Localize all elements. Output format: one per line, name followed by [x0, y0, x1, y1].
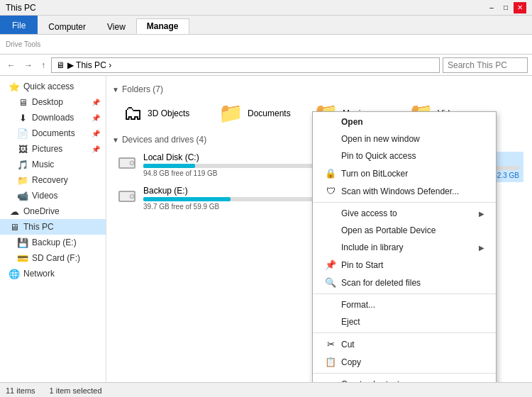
sidebar-label-videos: Videos: [32, 191, 57, 201]
folder-item-documents[interactable]: 📁 Documents: [214, 99, 306, 128]
title-bar: This PC – □ ✕: [0, 0, 532, 16]
sd-card-f-icon: 💳: [17, 252, 28, 264]
ctx-copy-label: Copy: [341, 357, 361, 367]
downloads-pin: 📌: [92, 114, 100, 122]
sidebar-label-onedrive: OneDrive: [23, 206, 60, 216]
quick-access-icon: ⭐: [9, 81, 20, 92]
search-input[interactable]: [443, 57, 528, 73]
tab-computer[interactable]: Computer: [38, 18, 96, 34]
ctx-give-access-label: Give access to: [341, 208, 397, 218]
minimize-button[interactable]: –: [485, 2, 498, 13]
sidebar-item-desktop[interactable]: 🖥 Desktop 📌: [0, 94, 106, 110]
sidebar-item-pictures[interactable]: 🖼 Pictures 📌: [0, 141, 106, 157]
drive-c-bar-fill: [143, 164, 195, 168]
forward-button[interactable]: →: [21, 59, 35, 72]
onedrive-icon: ☁: [9, 206, 20, 217]
sidebar-item-videos[interactable]: 📹 Videos: [0, 188, 106, 203]
sidebar: ⭐ Quick access 🖥 Desktop 📌 ⬇ Downloads 📌…: [0, 76, 106, 382]
ctx-scan-defender[interactable]: 🛡 Scan with Windows Defender...: [313, 182, 496, 200]
ctx-open-new-window[interactable]: Open in new window: [313, 130, 496, 147]
ctx-pin-start-label: Pin to Start: [341, 260, 383, 270]
sidebar-label-music: Music: [32, 160, 54, 169]
path-text: ▶ This PC ›: [67, 60, 111, 70]
sidebar-item-quick-access[interactable]: ⭐ Quick access: [0, 79, 106, 94]
backup-e-icon: 💾: [17, 237, 28, 248]
desktop-pin: 📌: [92, 99, 100, 106]
ctx-give-access[interactable]: Give access to ▶: [313, 205, 496, 222]
sidebar-item-sd-card-f[interactable]: 💳 SD Card (F:): [0, 250, 106, 266]
ctx-copy[interactable]: 📋 Copy: [313, 353, 496, 371]
desktop-icon: 🖥: [17, 96, 28, 108]
sidebar-item-onedrive[interactable]: ☁ OneDrive: [0, 203, 106, 219]
close-button[interactable]: ✕: [514, 2, 526, 13]
ctx-format[interactable]: Format...: [313, 296, 496, 313]
ctx-defender-icon: 🛡: [324, 186, 337, 196]
videos-icon: 📹: [17, 190, 28, 201]
drive-c-icon: [116, 152, 138, 178]
ctx-pin-quick-access[interactable]: Pin to Quick access: [313, 147, 496, 164]
ctx-library-label: Include in library: [341, 242, 403, 252]
svg-point-2: [130, 161, 134, 165]
folders-section-title: Folders (7): [122, 84, 163, 94]
tab-view[interactable]: View: [96, 18, 136, 34]
ctx-eject-label: Eject: [341, 317, 360, 327]
ctx-pin-start[interactable]: 📌 Pin to Start: [313, 256, 496, 274]
ctx-portable-label: Open as Portable Device: [341, 225, 436, 235]
folder-3dobjects-icon: 🗂: [123, 101, 143, 125]
ctx-include-library[interactable]: Include in library ▶: [313, 239, 496, 256]
sidebar-item-downloads[interactable]: ⬇ Downloads 📌: [0, 110, 106, 125]
main-layout: ⭐ Quick access 🖥 Desktop 📌 ⬇ Downloads 📌…: [0, 76, 532, 382]
ctx-bitlocker-label: Turn on BitLocker: [341, 169, 408, 179]
sidebar-label-desktop: Desktop: [32, 97, 63, 107]
network-icon: 🌐: [9, 268, 20, 279]
up-button[interactable]: ↑: [38, 59, 48, 72]
sidebar-item-network[interactable]: 🌐 Network: [0, 266, 106, 281]
ctx-cut-label: Cut: [341, 340, 355, 350]
status-selected: 1 item selected: [50, 386, 102, 395]
tab-manage[interactable]: Manage: [136, 18, 189, 34]
this-pc-icon: 🖥: [9, 221, 20, 233]
ctx-pin-label: Pin to Quick access: [341, 151, 416, 161]
ctx-eject[interactable]: Eject: [313, 313, 496, 330]
ctx-defender-label: Scan with Windows Defender...: [341, 186, 459, 196]
pictures-pin: 📌: [92, 145, 100, 153]
recovery-icon: 📁: [17, 174, 28, 186]
address-bar: ← → ↑ 🖥 ▶ This PC ›: [0, 55, 532, 76]
folders-chevron: ▼: [112, 86, 119, 94]
drive-e-bar-fill: [143, 197, 231, 201]
sidebar-item-recovery[interactable]: 📁 Recovery: [0, 172, 106, 188]
sidebar-item-music[interactable]: 🎵 Music: [0, 157, 106, 172]
sidebar-item-backup-e[interactable]: 💾 Backup (E:): [0, 235, 106, 250]
folder-item-3dobjects[interactable]: 🗂 3D Objects: [119, 99, 211, 128]
documents-icon: 📄: [17, 128, 28, 139]
ctx-open[interactable]: Open: [313, 113, 496, 130]
ctx-format-label: Format...: [341, 300, 375, 310]
ctx-give-access-arrow: ▶: [479, 210, 484, 218]
folder-3dobjects-name: 3D Objects: [148, 108, 189, 118]
ctx-open-new-label: Open in new window: [341, 134, 420, 144]
title-bar-controls: – □ ✕: [485, 2, 526, 13]
folder-documents-name: Documents: [248, 108, 291, 118]
sidebar-item-documents[interactable]: 📄 Documents 📌: [0, 125, 106, 141]
sidebar-label-this-pc: This PC: [23, 222, 54, 232]
ribbon-content: Drive Tools: [0, 34, 532, 54]
ctx-open-portable[interactable]: Open as Portable Device: [313, 222, 496, 239]
sidebar-label-recovery: Recovery: [32, 175, 68, 185]
ctx-create-shortcut[interactable]: Create shortcut: [313, 376, 496, 382]
sidebar-item-this-pc[interactable]: 🖥 This PC: [0, 219, 106, 235]
ctx-sep2: [313, 293, 496, 294]
ctx-library-arrow: ▶: [479, 244, 484, 252]
maximize-button[interactable]: □: [499, 2, 512, 13]
back-button[interactable]: ←: [4, 59, 18, 72]
ctx-scan-deleted-label: Scan for deleted files: [341, 278, 421, 288]
ctx-scan-deleted[interactable]: 🔍 Scan for deleted files: [313, 274, 496, 291]
ctx-shortcut-label: Create shortcut: [341, 379, 399, 382]
tab-file[interactable]: File: [0, 16, 38, 34]
ctx-bitlocker[interactable]: 🔒 Turn on BitLocker: [313, 164, 496, 182]
ctx-sep3: [313, 332, 496, 333]
ctx-cut[interactable]: ✂ Cut: [313, 335, 496, 353]
ctx-bitlocker-icon: 🔒: [324, 168, 337, 179]
address-path[interactable]: 🖥 ▶ This PC ›: [51, 57, 440, 73]
drive-e-icon: [116, 185, 138, 211]
content-area: ▼ Folders (7) 🗂 3D Objects 📁 Documents 📁…: [106, 76, 532, 382]
